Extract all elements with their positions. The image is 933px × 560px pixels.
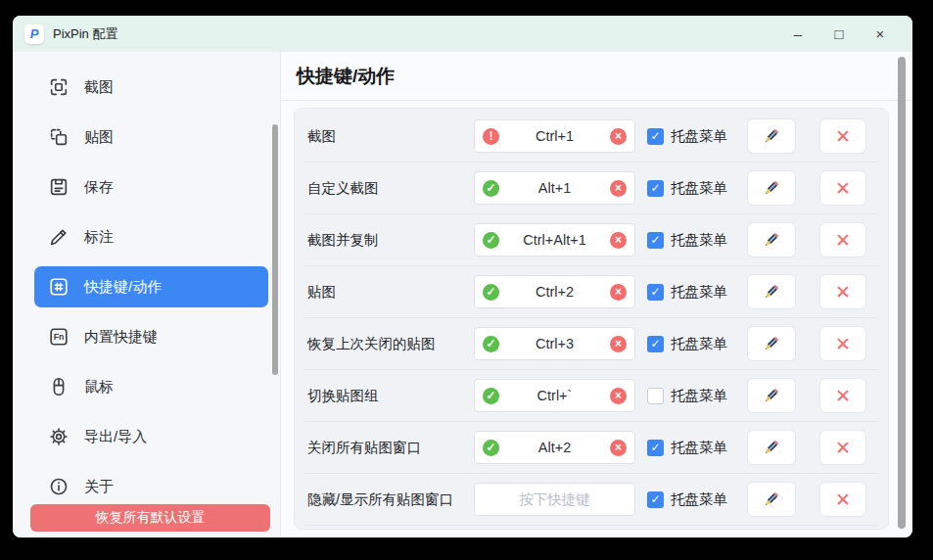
close-button[interactable]: × bbox=[860, 20, 901, 49]
sidebar-item-pin-image[interactable]: 贴图 bbox=[34, 117, 268, 158]
hotkey-input[interactable]: ✓ Alt+1 × bbox=[474, 171, 635, 205]
edit-hotkey-button[interactable] bbox=[747, 326, 796, 361]
edit-hotkey-button[interactable] bbox=[747, 482, 796, 517]
pencil-icon bbox=[762, 282, 781, 302]
sidebar-item-label: 内置快捷键 bbox=[84, 328, 158, 347]
edit-hotkey-button[interactable] bbox=[747, 222, 796, 257]
sidebar-item-label: 贴图 bbox=[84, 128, 114, 147]
minimize-button[interactable]: – bbox=[777, 20, 818, 49]
hotkey-placeholder: 按下快捷键 bbox=[499, 490, 610, 509]
hotkey-row: 自定义截图 ✓ Alt+1 × ✓ 托盘菜单 ✕ bbox=[295, 163, 888, 213]
hotkey-input[interactable]: ✓ Ctrl+Alt+1 × bbox=[474, 223, 635, 257]
clear-hotkey-icon[interactable]: × bbox=[610, 440, 627, 456]
main-content: 快捷键/动作 截图 ! Ctrl+1 × ✓ 托盘菜单 ✕ 自定义截图 ✓ Al… bbox=[281, 52, 912, 537]
delete-hotkey-button[interactable]: ✕ bbox=[819, 378, 866, 413]
status-icon: ✓ bbox=[483, 336, 499, 352]
status-icon: ✓ bbox=[483, 232, 499, 249]
hotkey-input[interactable]: ! Ctrl+1 × bbox=[474, 119, 635, 153]
tray-menu-label: 托盘菜单 bbox=[671, 335, 727, 353]
page-title: 快捷键/动作 bbox=[297, 64, 395, 89]
delete-hotkey-button[interactable]: ✕ bbox=[819, 326, 866, 361]
sidebar-item-hotkeys-actions[interactable]: 快捷键/动作 bbox=[34, 266, 268, 307]
delete-hotkey-button[interactable]: ✕ bbox=[819, 222, 866, 257]
hotkey-row: 隐藏/显示所有贴图窗口 按下快捷键 ✓ 托盘菜单 ✕ bbox=[295, 474, 888, 525]
tray-menu-label: 托盘菜单 bbox=[671, 490, 727, 509]
sidebar-item-label: 鼠标 bbox=[84, 378, 114, 397]
clear-hotkey-icon[interactable]: × bbox=[610, 336, 627, 352]
sidebar-item-export-import[interactable]: 导出/导入 bbox=[34, 416, 268, 457]
maximize-button[interactable]: □ bbox=[818, 20, 860, 49]
clear-hotkey-icon[interactable]: × bbox=[610, 232, 627, 249]
sidebar-item-about[interactable]: 关于 bbox=[34, 466, 268, 507]
tray-menu-toggle[interactable]: ✓ 托盘菜单 bbox=[647, 387, 727, 405]
delete-x-icon: ✕ bbox=[835, 439, 851, 457]
tray-menu-toggle[interactable]: ✓ 托盘菜单 bbox=[647, 439, 727, 457]
edit-hotkey-button[interactable] bbox=[747, 430, 796, 465]
delete-hotkey-button[interactable]: ✕ bbox=[819, 482, 866, 517]
sidebar-scrollbar[interactable] bbox=[272, 124, 278, 375]
delete-hotkey-button[interactable]: ✕ bbox=[819, 430, 866, 465]
delete-x-icon: ✕ bbox=[835, 179, 851, 198]
pencil-icon bbox=[762, 230, 781, 250]
hotkey-value: Alt+2 bbox=[499, 440, 610, 455]
checkbox-icon: ✓ bbox=[647, 284, 664, 301]
row-separator bbox=[304, 525, 878, 526]
sidebar-item-screenshot[interactable]: 截图 bbox=[34, 67, 268, 108]
tray-menu-toggle[interactable]: ✓ 托盘菜单 bbox=[647, 335, 727, 353]
tray-menu-label: 托盘菜单 bbox=[671, 439, 727, 457]
edit-hotkey-button[interactable] bbox=[747, 378, 796, 413]
sidebar: 截图 贴图 保存 标注 快捷键/动作 Fn 内置快捷键 鼠标 导出/导入 关于 … bbox=[13, 52, 281, 537]
delete-hotkey-button[interactable]: ✕ bbox=[819, 118, 866, 154]
checkbox-icon: ✓ bbox=[647, 180, 664, 197]
pencil-icon bbox=[762, 386, 781, 405]
sidebar-item-builtin-hotkeys[interactable]: Fn 内置快捷键 bbox=[34, 316, 268, 357]
hotkey-value: Ctrl+1 bbox=[499, 128, 610, 144]
sidebar-item-save[interactable]: 保存 bbox=[34, 166, 268, 208]
edit-hotkey-button[interactable] bbox=[747, 274, 796, 309]
hotkey-input[interactable]: ✓ Ctrl+3 × bbox=[474, 327, 635, 360]
hotkey-input[interactable]: ✓ Ctrl+2 × bbox=[474, 275, 635, 308]
mouse-icon bbox=[48, 376, 70, 397]
window-controls: – □ × bbox=[777, 20, 901, 49]
pencil-icon bbox=[762, 334, 781, 353]
sidebar-item-annotate[interactable]: 标注 bbox=[34, 216, 268, 257]
clear-hotkey-icon[interactable]: × bbox=[610, 128, 627, 145]
sidebar-item-mouse[interactable]: 鼠标 bbox=[34, 366, 268, 407]
main-scrollbar[interactable] bbox=[898, 57, 906, 529]
hotkey-input[interactable]: ✓ Alt+2 × bbox=[474, 431, 635, 464]
delete-x-icon: ✕ bbox=[835, 335, 851, 353]
fn-icon: Fn bbox=[48, 326, 70, 348]
edit-hotkey-button[interactable] bbox=[747, 170, 796, 206]
restore-defaults-button[interactable]: 恢复所有默认设置 bbox=[30, 504, 270, 532]
tray-menu-toggle[interactable]: ✓ 托盘菜单 bbox=[647, 179, 727, 198]
svg-text:Fn: Fn bbox=[54, 332, 65, 342]
delete-hotkey-button[interactable]: ✕ bbox=[819, 170, 866, 206]
window-title: PixPin 配置 bbox=[53, 25, 117, 43]
pin-image-icon bbox=[48, 126, 70, 148]
action-label: 关闭所有贴图窗口 bbox=[307, 439, 474, 457]
hotkey-value: Alt+1 bbox=[499, 180, 610, 196]
hotkey-input[interactable]: 按下快捷键 bbox=[474, 483, 635, 516]
tray-menu-toggle[interactable]: ✓ 托盘菜单 bbox=[647, 490, 727, 509]
status-icon: ✓ bbox=[483, 284, 499, 301]
clear-hotkey-icon[interactable]: × bbox=[610, 284, 627, 301]
main-header: 快捷键/动作 bbox=[281, 52, 912, 101]
hotkey-input[interactable]: ✓ Ctrl+` × bbox=[474, 379, 635, 412]
delete-x-icon: ✕ bbox=[835, 283, 851, 302]
tray-menu-label: 托盘菜单 bbox=[671, 179, 727, 198]
hotkey-panel: 截图 ! Ctrl+1 × ✓ 托盘菜单 ✕ 自定义截图 ✓ Alt+1 × ✓… bbox=[294, 108, 889, 530]
sidebar-item-label: 关于 bbox=[84, 478, 114, 496]
clear-hotkey-icon[interactable]: × bbox=[610, 388, 627, 404]
action-label: 恢复上次关闭的贴图 bbox=[307, 335, 474, 353]
tray-menu-toggle[interactable]: ✓ 托盘菜单 bbox=[647, 231, 727, 250]
action-label: 隐藏/显示所有贴图窗口 bbox=[307, 490, 474, 509]
tray-menu-toggle[interactable]: ✓ 托盘菜单 bbox=[647, 283, 727, 302]
sidebar-item-label: 快捷键/动作 bbox=[84, 278, 162, 297]
edit-hotkey-button[interactable] bbox=[747, 118, 796, 154]
save-icon bbox=[48, 176, 70, 198]
action-label: 截图 bbox=[307, 127, 474, 146]
clear-hotkey-icon[interactable]: × bbox=[610, 180, 627, 197]
sidebar-item-label: 导出/导入 bbox=[84, 428, 147, 446]
tray-menu-toggle[interactable]: ✓ 托盘菜单 bbox=[647, 127, 727, 146]
delete-hotkey-button[interactable]: ✕ bbox=[819, 274, 866, 309]
